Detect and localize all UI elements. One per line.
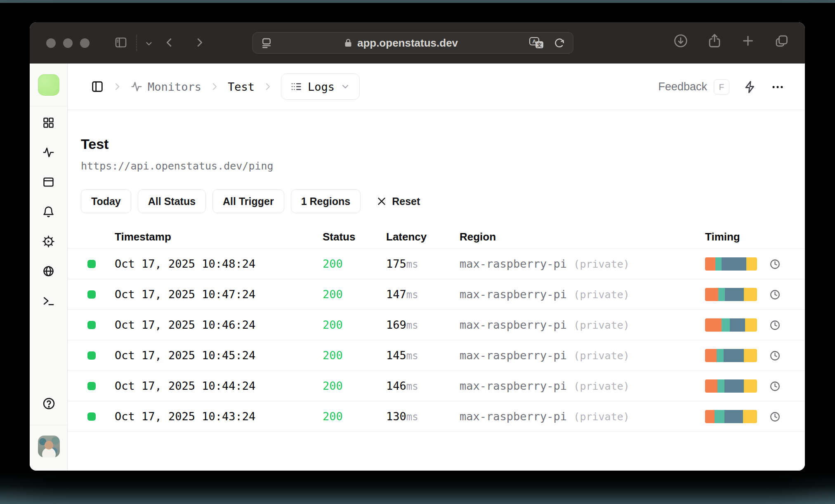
timing-segment xyxy=(705,379,717,393)
dashboard-grid-icon[interactable] xyxy=(42,116,55,129)
status-ok-dot xyxy=(87,321,96,329)
view-selector-logs[interactable]: Logs xyxy=(281,73,360,100)
latency-unit: ms xyxy=(406,259,418,270)
close-window-button[interactable] xyxy=(46,38,56,48)
filter-chip-period[interactable]: Today xyxy=(81,189,131,213)
timing-waterfall-bar xyxy=(705,257,757,271)
panel-left-toggle-icon[interactable] xyxy=(91,80,104,93)
settings-gear-icon[interactable] xyxy=(42,235,55,248)
status-ok-dot xyxy=(87,412,96,421)
desktop-edge-top xyxy=(0,0,835,3)
terminal-icon[interactable] xyxy=(42,294,55,307)
titlebar-separator xyxy=(136,35,137,51)
filter-chip-trigger[interactable]: All Trigger xyxy=(212,189,284,213)
status-pages-icon[interactable] xyxy=(42,176,55,188)
timing-waterfall-bar xyxy=(705,288,757,301)
translate-icon[interactable]: A 文 xyxy=(528,36,545,49)
workspace-logo[interactable] xyxy=(38,74,59,96)
log-row[interactable]: Oct 17, 2025 10:43:24200130msmax-raspber… xyxy=(68,401,805,432)
timing-waterfall-bar xyxy=(705,349,757,362)
timing-segment xyxy=(718,288,725,301)
clock-icon xyxy=(769,258,781,270)
tab-overview-icon[interactable] xyxy=(774,33,789,49)
globe-icon[interactable] xyxy=(42,265,55,278)
timing-segment xyxy=(722,257,746,271)
status-ok-dot xyxy=(87,382,96,390)
activity-icon xyxy=(130,80,143,93)
log-timestamp: Oct 17, 2025 10:43:24 xyxy=(115,410,255,423)
monitors-activity-icon[interactable] xyxy=(42,146,55,159)
log-status-code: 200 xyxy=(323,257,343,270)
zoom-window-button[interactable] xyxy=(80,38,90,48)
log-row[interactable]: Oct 17, 2025 10:46:24200169msmax-raspber… xyxy=(68,310,805,340)
chevron-right-icon xyxy=(263,82,273,92)
timing-segment xyxy=(705,288,718,301)
timing-segment xyxy=(724,349,744,362)
latency-unit: ms xyxy=(406,381,418,392)
notifications-bell-icon[interactable] xyxy=(42,205,55,218)
chevron-down-icon xyxy=(340,82,350,92)
downloads-icon[interactable] xyxy=(673,33,689,49)
breadcrumb-monitors[interactable]: Monitors xyxy=(130,80,201,93)
log-row[interactable]: Oct 17, 2025 10:48:24200175msmax-raspber… xyxy=(68,249,805,279)
region-visibility: (private) xyxy=(573,289,629,301)
region-visibility: (private) xyxy=(573,350,629,362)
col-region: Region xyxy=(460,231,496,243)
log-timestamp: Oct 17, 2025 10:48:24 xyxy=(115,257,255,270)
command-zap-icon[interactable] xyxy=(743,80,757,94)
new-tab-icon[interactable] xyxy=(741,33,755,48)
minimize-window-button[interactable] xyxy=(63,38,73,48)
window-controls[interactable] xyxy=(46,38,90,48)
log-timestamp: Oct 17, 2025 10:45:24 xyxy=(115,349,255,362)
feedback-shortcut-badge: F xyxy=(714,79,729,95)
help-icon[interactable] xyxy=(42,397,56,412)
log-latency: 146ms xyxy=(386,379,418,392)
log-region: max-raspberry-pi (private) xyxy=(460,257,630,270)
reset-filters-button[interactable]: Reset xyxy=(376,195,420,207)
log-row[interactable]: Oct 17, 2025 10:44:24200146msmax-raspber… xyxy=(68,371,805,401)
more-menu-icon[interactable] xyxy=(771,80,785,94)
filter-chip-regions[interactable]: 1 Regions xyxy=(291,189,361,213)
timing-segment xyxy=(725,288,744,301)
log-row[interactable]: Oct 17, 2025 10:47:24200147msmax-raspber… xyxy=(68,279,805,310)
forward-button[interactable] xyxy=(192,35,206,49)
page-settings-icon[interactable] xyxy=(260,37,273,49)
timing-waterfall-bar xyxy=(705,410,757,423)
address-bar[interactable]: app.openstatus.dev A 文 xyxy=(252,32,573,54)
timing-segment xyxy=(730,318,745,332)
latency-unit: ms xyxy=(406,350,418,362)
sidebar-dropdown-chevron-icon[interactable] xyxy=(144,39,153,48)
log-region: max-raspberry-pi (private) xyxy=(460,288,630,301)
browser-window: app.openstatus.dev A 文 xyxy=(30,22,805,471)
timing-segment xyxy=(717,349,724,362)
log-latency: 145ms xyxy=(386,349,418,362)
log-latency: 169ms xyxy=(386,318,418,331)
share-icon[interactable] xyxy=(707,33,722,49)
timing-segment xyxy=(744,379,757,393)
back-button[interactable] xyxy=(163,35,177,49)
timing-segment xyxy=(717,379,724,393)
browser-sidebar-toggle-icon[interactable] xyxy=(114,35,128,49)
user-avatar[interactable] xyxy=(38,436,60,457)
clock-icon xyxy=(769,350,781,362)
log-timestamp: Oct 17, 2025 10:44:24 xyxy=(115,379,255,392)
svg-text:文: 文 xyxy=(537,42,542,48)
breadcrumb-monitor-name[interactable]: Test xyxy=(228,80,255,93)
col-timestamp: Timestamp xyxy=(115,231,171,243)
app-header: Monitors Test Logs xyxy=(68,64,805,110)
log-timestamp: Oct 17, 2025 10:46:24 xyxy=(115,318,255,331)
timing-segment xyxy=(745,318,757,332)
log-latency: 130ms xyxy=(386,410,418,423)
reload-icon[interactable] xyxy=(553,37,566,49)
feedback-button[interactable]: Feedback F xyxy=(658,79,729,95)
timing-segment xyxy=(715,410,724,423)
latency-unit: ms xyxy=(406,320,418,331)
log-row[interactable]: Oct 17, 2025 10:45:24200145msmax-raspber… xyxy=(68,340,805,371)
timing-segment xyxy=(744,349,757,362)
region-visibility: (private) xyxy=(573,258,629,270)
region-visibility: (private) xyxy=(573,411,629,423)
log-region: max-raspberry-pi (private) xyxy=(460,410,630,423)
status-ok-dot xyxy=(87,351,96,360)
logs-table: Timestamp Status Latency Region Timing O… xyxy=(68,226,805,432)
filter-chip-status[interactable]: All Status xyxy=(138,189,206,213)
